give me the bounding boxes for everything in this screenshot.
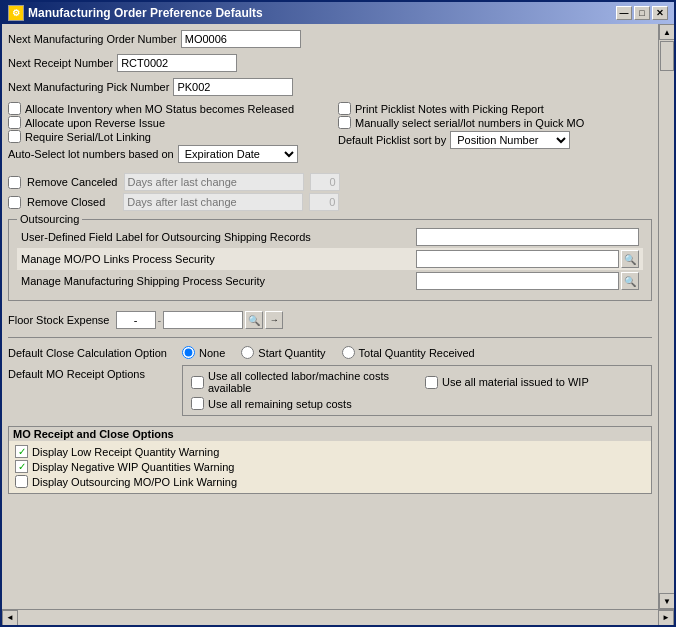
print-picklist-checkbox[interactable]	[338, 102, 351, 115]
outsource-search-btn-3[interactable]: 🔍	[621, 272, 639, 290]
next-pick-input[interactable]	[173, 78, 293, 96]
check-2: ✓	[15, 460, 28, 473]
remove-canceled-label: Remove Canceled	[27, 176, 118, 188]
mo-receipt-item-2: ✓ Display Negative WIP Quantities Warnin…	[15, 459, 645, 474]
mo-receipt-item-3: Display Outsourcing MO/PO Link Warning	[15, 474, 645, 489]
right-scrollbar: ▲ ▼	[658, 24, 674, 609]
scroll-up-arrow[interactable]: ▲	[659, 24, 674, 40]
receipt-opt-3-checkbox[interactable]	[191, 397, 204, 410]
receipt-opt-1-label: Use all collected labor/machine costs av…	[208, 370, 409, 394]
mo-receipt-row: Default MO Receipt Options Use all colle…	[8, 365, 652, 416]
scroll-right-arrow[interactable]: ►	[658, 610, 674, 626]
outsource-label-1: User-Defined Field Label for Outsourcing…	[17, 226, 412, 248]
outsourcing-title: Outsourcing	[17, 213, 82, 225]
app-icon: ⚙	[8, 5, 24, 21]
floor-stock-input-2[interactable]	[163, 311, 243, 329]
default-picklist-dropdown[interactable]: Position Number Item Number Description	[450, 131, 570, 149]
mo-receipt-close-header: MO Receipt and Close Options	[9, 427, 651, 441]
mo-receipt-item-1-label: Display Low Receipt Quantity Warning	[32, 446, 219, 458]
require-serial-checkbox[interactable]	[8, 130, 21, 143]
close-button[interactable]: ✕	[652, 6, 668, 20]
radio-start-qty-input[interactable]	[241, 346, 254, 359]
floor-stock-arrow-btn[interactable]: →	[265, 311, 283, 329]
receipt-opt-1-checkbox[interactable]	[191, 376, 204, 389]
remove-canceled-checkbox[interactable]	[8, 176, 21, 189]
manually-select-checkbox[interactable]	[338, 116, 351, 129]
floor-stock-separator: -	[158, 314, 162, 326]
mo-receipt-close-section: MO Receipt and Close Options ✓ Display L…	[8, 426, 652, 494]
outsource-field-2[interactable]	[416, 250, 619, 268]
receipt-opt-1-row: Use all collected labor/machine costs av…	[191, 370, 409, 394]
bottom-scrollbar: ◄ ►	[2, 609, 674, 625]
title-buttons: — □ ✕	[616, 6, 668, 20]
next-receipt-input[interactable]	[117, 54, 237, 72]
allocate-inventory-label: Allocate Inventory when MO Status become…	[25, 103, 294, 115]
auto-select-label: Auto-Select lot numbers based on	[8, 148, 174, 160]
mo-receipt-item-2-label: Display Negative WIP Quantities Warning	[32, 461, 234, 473]
mo-receipt-item-1: ✓ Display Low Receipt Quantity Warning	[15, 444, 645, 459]
outsource-label-2: Manage MO/PO Links Process Security	[17, 248, 412, 270]
allocate-reverse-row: Allocate upon Reverse Issue	[8, 116, 322, 129]
receipt-options-grid: Use all collected labor/machine costs av…	[191, 370, 643, 411]
require-serial-label: Require Serial/Lot Linking	[25, 131, 151, 143]
next-mo-input[interactable]: MO0006	[181, 30, 301, 48]
remove-canceled-count[interactable]	[310, 173, 340, 191]
remove-canceled-days-input[interactable]	[124, 173, 304, 191]
outsource-input-cell-1	[412, 226, 643, 248]
bottom-scroll-track	[18, 610, 658, 626]
maximize-button[interactable]: □	[634, 6, 650, 20]
print-picklist-label: Print Picklist Notes with Picking Report	[355, 103, 544, 115]
default-close-label: Default Close Calculation Option	[8, 347, 178, 359]
auto-select-dropdown[interactable]: Expiration Date FIFO LIFO	[178, 145, 298, 163]
radio-none-label: None	[199, 347, 225, 359]
remove-closed-label: Remove Closed	[27, 196, 105, 208]
remove-closed-checkbox[interactable]	[8, 196, 21, 209]
scroll-left-arrow[interactable]: ◄	[2, 610, 18, 626]
print-picklist-row: Print Picklist Notes with Picking Report	[338, 102, 652, 115]
window-title: Manufacturing Order Preference Defaults	[28, 6, 263, 20]
floor-stock-input-1[interactable]	[116, 311, 156, 329]
checkbox-section: Allocate Inventory when MO Status become…	[8, 102, 652, 163]
manually-select-label: Manually select serial/lot numbers in Qu…	[355, 117, 584, 129]
radio-total-qty-input[interactable]	[342, 346, 355, 359]
radio-start-qty-label: Start Quantity	[258, 347, 325, 359]
default-picklist-label: Default Picklist sort by	[338, 134, 446, 146]
title-bar: ⚙ Manufacturing Order Preference Default…	[2, 2, 674, 24]
auto-select-row: Auto-Select lot numbers based on Expirat…	[8, 145, 322, 163]
minimize-button[interactable]: —	[616, 6, 632, 20]
floor-stock-search-btn[interactable]: 🔍	[245, 311, 263, 329]
remove-canceled-row: Remove Canceled	[8, 173, 652, 191]
receipt-opt-3-row: Use all remaining setup costs	[191, 397, 409, 410]
right-checkboxes: Print Picklist Notes with Picking Report…	[338, 102, 652, 163]
floor-stock-row: Floor Stock Expense - 🔍 →	[8, 311, 652, 329]
radio-total-qty: Total Quantity Received	[342, 346, 475, 359]
default-close-radio-group: None Start Quantity Total Quantity Recei…	[182, 346, 475, 359]
receipt-opt-2-checkbox[interactable]	[425, 376, 438, 389]
next-pick-label: Next Manufacturing Pick Number	[8, 81, 169, 93]
remove-closed-days-input[interactable]	[123, 193, 303, 211]
outsource-row-3: Manage Manufacturing Shipping Process Se…	[17, 270, 643, 292]
require-serial-row: Require Serial/Lot Linking	[8, 130, 322, 143]
next-receipt-row: Next Receipt Number	[8, 54, 652, 72]
scroll-down-arrow[interactable]: ▼	[659, 593, 674, 609]
receipt-opt-2-label: Use all material issued to WIP	[442, 376, 589, 388]
outsource-field-1[interactable]	[416, 228, 639, 246]
allocate-reverse-checkbox[interactable]	[8, 116, 21, 129]
manually-select-row: Manually select serial/lot numbers in Qu…	[338, 116, 652, 129]
outsource-search-btn-2[interactable]: 🔍	[621, 250, 639, 268]
next-receipt-label: Next Receipt Number	[8, 57, 113, 69]
outsource-row-1: User-Defined Field Label for Outsourcing…	[17, 226, 643, 248]
scroll-thumb[interactable]	[660, 41, 674, 71]
receipt-options-box: Use all collected labor/machine costs av…	[182, 365, 652, 416]
remove-closed-count[interactable]	[309, 193, 339, 211]
radio-none: None	[182, 346, 225, 359]
outsource-field-3[interactable]	[416, 272, 619, 290]
allocate-inventory-row: Allocate Inventory when MO Status become…	[8, 102, 322, 115]
default-picklist-row: Default Picklist sort by Position Number…	[338, 131, 652, 149]
next-mo-number-row: Next Manufacturing Order Number MO0006	[8, 30, 652, 48]
radio-none-input[interactable]	[182, 346, 195, 359]
allocate-inventory-checkbox[interactable]	[8, 102, 21, 115]
mo-receipt-item-3-checkbox[interactable]	[15, 475, 28, 488]
receipt-opt-2-row: Use all material issued to WIP	[425, 370, 643, 394]
floor-stock-field: - 🔍 →	[116, 311, 284, 329]
